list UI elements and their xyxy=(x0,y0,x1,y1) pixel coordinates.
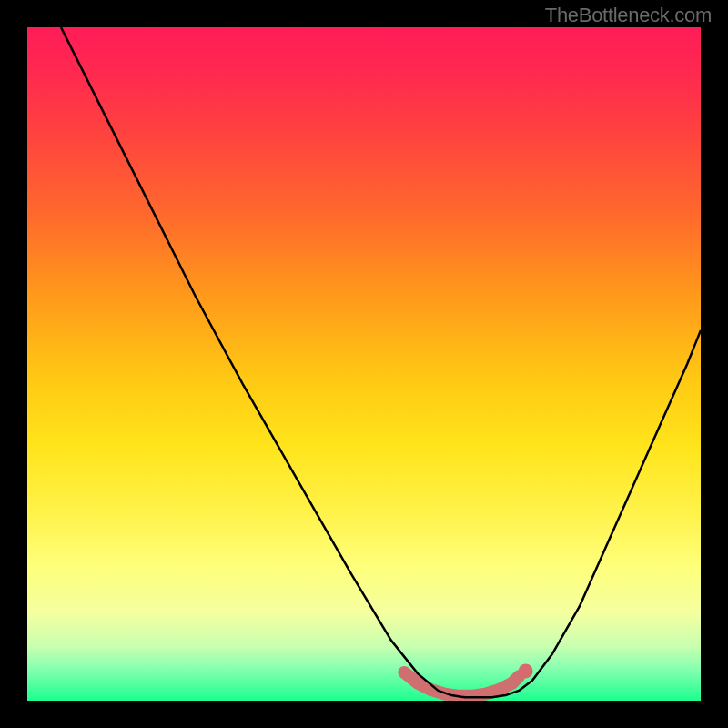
chart-main-curve xyxy=(61,27,701,697)
watermark-text: TheBottleneck.com xyxy=(545,4,712,27)
chart-svg xyxy=(27,27,701,701)
chart-plot-area xyxy=(27,27,701,701)
chart-marker-dot xyxy=(519,663,533,678)
